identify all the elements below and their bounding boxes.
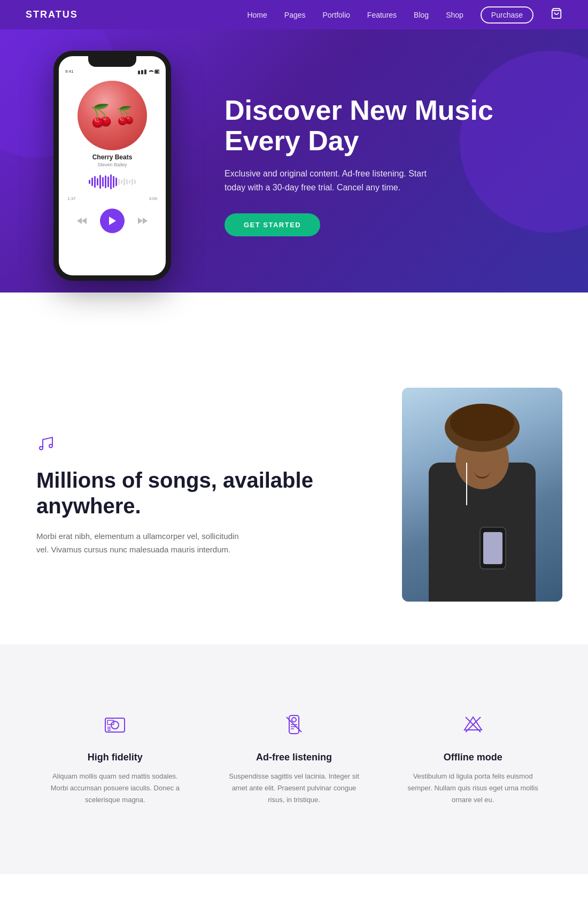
play-button[interactable] (100, 209, 125, 233)
svg-rect-3 (144, 70, 146, 74)
phone-frame: 9:41 🍒 (53, 51, 171, 281)
nav-pages[interactable]: Pages (284, 11, 306, 19)
songs-section: Millions of songs, available anywhere. M… (0, 345, 588, 644)
ad-free-icon (224, 713, 365, 741)
phone-total-time: 3:09 (149, 196, 157, 201)
phone-album-art: 🍒 (78, 81, 147, 150)
nav-links: Home Pages Portfolio Features Blog Shop … (247, 7, 562, 22)
feature-ad-free: Ad-free listening Suspendisse sagittis v… (205, 687, 384, 832)
feature-3-title: Offline mode (403, 752, 543, 763)
phone-artist: Steven Bailey (59, 162, 166, 167)
svg-marker-9 (138, 218, 143, 224)
phone-signal (138, 69, 159, 75)
svg-point-12 (49, 444, 52, 448)
songs-image (402, 388, 562, 602)
cart-icon[interactable] (551, 10, 562, 21)
phone-controls (59, 209, 166, 233)
nav-blog[interactable]: Blog (414, 11, 429, 19)
phone-time: 9:41 (65, 69, 74, 75)
music-note-icon (36, 433, 56, 457)
phone-current-time: 1:37 (67, 196, 76, 201)
phone-time-bar: 1:37 3:09 (59, 196, 166, 201)
svg-marker-10 (143, 218, 148, 224)
forward-button[interactable] (135, 213, 150, 228)
hero-subtitle: Exclusive and original content. Ad-free … (225, 167, 428, 194)
feature-1-desc: Aliquam mollis quam sed mattis sodales. … (45, 771, 185, 806)
features-grid: High fidelity Aliquam mollis quam sed ma… (26, 687, 562, 832)
high-fidelity-icon (45, 713, 185, 741)
svg-point-11 (40, 447, 43, 450)
svg-marker-6 (77, 218, 82, 224)
features-section: High fidelity Aliquam mollis quam sed ma… (0, 644, 588, 874)
feature-high-fidelity: High fidelity Aliquam mollis quam sed ma… (26, 687, 205, 832)
svg-point-14 (111, 721, 119, 729)
hero-title: Discover New Music Every Day (225, 95, 562, 156)
svg-rect-2 (141, 70, 143, 74)
offline-icon (403, 713, 543, 741)
nav-shop[interactable]: Shop (446, 11, 463, 19)
hero-section: 9:41 🍒 (0, 29, 588, 345)
hero-content: 9:41 🍒 (0, 29, 588, 345)
feature-2-title: Ad-free listening (224, 752, 365, 763)
brand-logo: STRATUS (26, 9, 78, 20)
feature-2-desc: Suspendisse sagittis vel lacinia. Intege… (224, 771, 365, 806)
feature-offline: Offline mode Vestibulum id ligula porta … (383, 687, 562, 832)
nav-purchase-button[interactable]: Purchase (481, 6, 533, 24)
songs-description: Morbi erat nibh, elementum a ullamcorper… (36, 529, 239, 557)
svg-marker-8 (109, 217, 116, 225)
phone-notch (88, 56, 136, 67)
songs-title: Millions of songs, available anywhere. (36, 467, 370, 519)
nav-portfolio[interactable]: Portfolio (323, 11, 350, 19)
phone-status-bar: 9:41 (59, 67, 166, 78)
feature-3-desc: Vestibulum id ligula porta felis euismod… (403, 771, 543, 806)
phone-waveform (67, 174, 157, 190)
svg-rect-1 (138, 71, 140, 74)
svg-point-20 (292, 718, 296, 722)
hero-cta-button[interactable]: GET STARTED (225, 213, 320, 236)
hero-text: Discover New Music Every Day Exclusive a… (192, 95, 562, 237)
feature-1-title: High fidelity (45, 752, 185, 763)
svg-marker-7 (82, 218, 87, 224)
navbar: STRATUS Home Pages Portfolio Features Bl… (0, 0, 588, 29)
rewind-button[interactable] (74, 213, 89, 228)
phone-track-name: Cherry Beats (59, 153, 166, 161)
songs-text: Millions of songs, available anywhere. M… (26, 433, 370, 557)
hero-phone: 9:41 🍒 (32, 51, 192, 281)
svg-rect-5 (156, 71, 158, 73)
nav-home[interactable]: Home (247, 11, 267, 19)
nav-features[interactable]: Features (367, 11, 397, 19)
